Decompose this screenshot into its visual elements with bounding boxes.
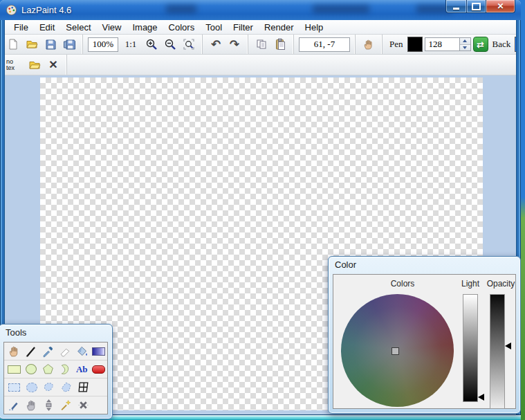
color-wheel-marker[interactable] — [392, 347, 399, 355]
remove-texture-button[interactable]: ✕ — [45, 57, 62, 73]
pen-opacity-spin-buttons — [459, 37, 471, 51]
pen-opacity-value[interactable]: 128 — [425, 37, 459, 51]
select-rect-icon — [8, 383, 20, 392]
maximize-button[interactable] — [467, 0, 486, 13]
zoom-level-field[interactable]: 100% — [88, 37, 118, 52]
zoom-group: 100% 1:1 — [83, 35, 203, 54]
load-texture-button[interactable] — [26, 57, 43, 73]
tool-row — [4, 343, 107, 360]
menu-edit[interactable]: Edit — [34, 21, 60, 33]
move-selection-tool[interactable] — [40, 397, 57, 414]
redo-button[interactable]: ↷ — [226, 36, 243, 53]
close-icon: ✕ — [497, 1, 504, 11]
copy-button[interactable] — [253, 36, 270, 53]
opacity-label: Opacity — [483, 279, 518, 289]
menu-filter[interactable]: Filter — [228, 21, 259, 33]
menu-view[interactable]: View — [97, 21, 127, 33]
ellipse-tool[interactable] — [23, 361, 40, 378]
zoom-in-button[interactable] — [143, 36, 160, 53]
tools-window: Tools Ab — [0, 324, 113, 419]
window-title: LazPaint 4.6 — [21, 5, 71, 15]
selection-pen-tool[interactable] — [6, 397, 23, 414]
paste-button[interactable] — [272, 36, 288, 53]
pen-opacity-down-button[interactable] — [460, 45, 470, 51]
menu-render[interactable]: Render — [259, 21, 300, 33]
zoom-actual-size-button[interactable]: 1:1 — [120, 36, 141, 53]
zoom-out-button[interactable] — [162, 36, 178, 53]
app-icon — [6, 4, 17, 16]
menu-tool[interactable]: Tool — [200, 21, 228, 33]
rectangle-icon — [8, 365, 21, 374]
tool-row — [4, 378, 107, 396]
polygon-tool[interactable] — [39, 361, 57, 378]
texture-toolbar: no tex ✕ — [0, 55, 521, 75]
save-button[interactable] — [42, 36, 59, 53]
menu-file[interactable]: File — [8, 21, 34, 33]
color-window-titlebar[interactable]: Color — [329, 257, 520, 272]
titlebar: LazPaint 4.6 ✕ — [0, 0, 521, 20]
lazpaint-window: LazPaint 4.6 ✕ FileEditSelectViewImageCo… — [0, 0, 521, 420]
rotate-selection-tool[interactable] — [23, 397, 40, 414]
minimize-icon — [453, 8, 459, 10]
current-texture-button[interactable]: no tex — [5, 57, 24, 73]
curve-tool[interactable] — [57, 361, 74, 378]
titlebar-smudge — [313, 5, 369, 13]
close-button[interactable]: ✕ — [486, 0, 515, 13]
text-tool[interactable]: Ab — [73, 361, 91, 378]
clipboard-group — [248, 35, 294, 54]
minimize-button[interactable] — [445, 0, 467, 13]
hand-tool-icon[interactable] — [360, 36, 377, 53]
hand-group — [356, 35, 383, 54]
desktop: LazPaint 4.6 ✕ FileEditSelectViewImageCo… — [0, 0, 525, 420]
hand-tool[interactable] — [6, 343, 23, 360]
select-rect-tool[interactable] — [6, 379, 23, 396]
menu-colors[interactable]: Colors — [163, 21, 201, 33]
open-file-button[interactable] — [24, 36, 40, 53]
undo-button[interactable]: ↶ — [208, 36, 224, 53]
light-slider-handle[interactable] — [478, 394, 484, 401]
menubar: FileEditSelectViewImageColorsToolFilterR… — [0, 20, 521, 35]
color-picker-tool[interactable] — [39, 343, 57, 360]
menu-select[interactable]: Select — [60, 21, 96, 33]
color-controls-group: Pen 128 ⇄ Back 192 — [383, 35, 521, 54]
opacity-slider[interactable] — [490, 294, 505, 409]
rectangle-tool[interactable] — [6, 361, 23, 378]
tools-window-titlebar[interactable]: Tools — [0, 325, 112, 340]
cursor-coordinates: 61, -7 — [299, 37, 350, 52]
pen-color-swatch[interactable] — [407, 37, 423, 52]
gradient-tool[interactable] — [91, 343, 108, 360]
eraser-tool[interactable] — [57, 343, 74, 360]
zoom-fit-button[interactable] — [181, 36, 197, 53]
pen-opacity-up-button[interactable] — [460, 38, 470, 45]
new-image-button[interactable] — [5, 36, 21, 53]
select-poly-tool[interactable] — [57, 379, 75, 396]
fill-tool[interactable] — [73, 343, 91, 360]
color-window: Color Colors Light Opacity — [328, 256, 521, 414]
ellipse-icon — [26, 364, 37, 374]
deformation-grid-tool[interactable] — [75, 379, 92, 396]
select-ellipse-tool[interactable] — [23, 379, 40, 396]
main-toolbar: 100% 1:1 ↶ ↷ 61, -7 Pen — [0, 35, 521, 55]
deselect-tool[interactable] — [75, 397, 92, 414]
select-free-tool[interactable] — [40, 379, 57, 396]
text-tool-icon: Ab — [76, 364, 88, 375]
magic-wand-tool[interactable] — [57, 397, 75, 414]
file-group — [0, 35, 83, 54]
maximize-icon — [472, 3, 481, 10]
up-arrow-icon — [463, 39, 467, 42]
undo-group: ↶ ↷ — [203, 35, 248, 54]
coordinates-group: 61, -7 — [294, 35, 356, 54]
swap-colors-button[interactable]: ⇄ — [473, 37, 488, 52]
light-slider[interactable] — [463, 294, 478, 402]
menu-help[interactable]: Help — [300, 21, 329, 33]
rounded-rectangle-tool[interactable] — [91, 361, 108, 378]
color-wheel[interactable] — [341, 294, 454, 407]
menu-image[interactable]: Image — [127, 21, 163, 33]
pen-tool[interactable] — [23, 343, 40, 360]
titlebar-smudge — [166, 5, 196, 13]
rounded-rectangle-icon — [92, 365, 105, 374]
gradient-icon — [92, 347, 105, 356]
opacity-slider-handle[interactable] — [505, 343, 511, 349]
tool-row: Ab — [4, 360, 107, 378]
save-as-button[interactable] — [61, 36, 77, 53]
